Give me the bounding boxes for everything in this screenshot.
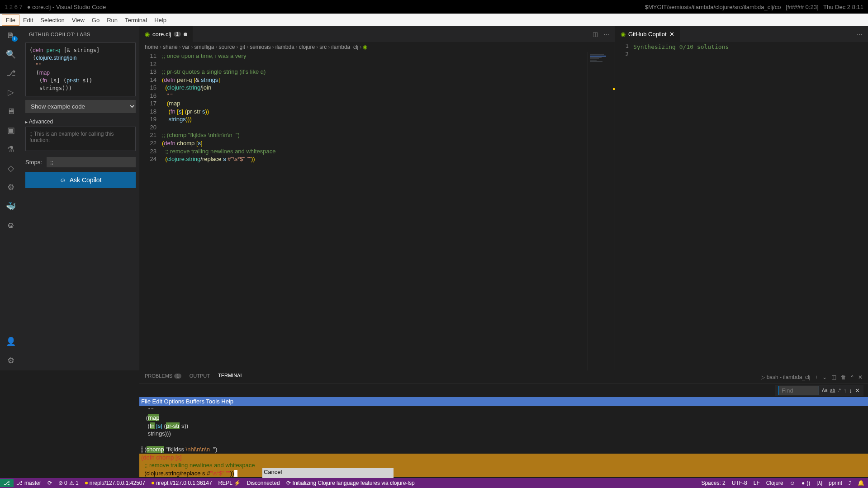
path-display: $MYGIT/semiosis/ilambda/clojure/src/ilam… xyxy=(645,4,781,10)
copilot-tabbar: ◉ GitHub Copilot ✕ ⋯ xyxy=(615,26,868,42)
menu-file[interactable]: File xyxy=(2,14,19,26)
copilot-code-snippet: (defn pen-q [& strings] (clojure.string/… xyxy=(25,43,136,96)
menu-terminal[interactable]: Terminal xyxy=(121,15,151,25)
sync-button[interactable]: ⟳ xyxy=(47,480,52,486)
tab-badge: 1 xyxy=(174,32,181,37)
nrepl-2[interactable]: nrepl://127.0.0.1:36147 xyxy=(152,480,212,486)
date-display: Thu Dec 2 8:11 xyxy=(823,4,863,10)
tab-dirty-dot xyxy=(184,33,187,36)
account-icon[interactable]: 👤 xyxy=(5,336,16,347)
encoding-status[interactable]: UTF-8 xyxy=(732,480,747,486)
kill-terminal-icon[interactable]: 🗑 xyxy=(841,374,846,380)
extensions-icon[interactable]: ▣ xyxy=(5,125,16,136)
panel-tab-output[interactable]: OUTPUT xyxy=(190,373,210,381)
find-close-icon[interactable]: ✕ xyxy=(855,387,860,394)
clojure-file-icon: ◉ xyxy=(145,31,150,38)
close-panel-icon[interactable]: ✕ xyxy=(858,374,863,380)
terminal-dropdown-icon[interactable]: ⌄ xyxy=(822,374,827,380)
emacs-menu: File Edit Options Buffers Tools Help xyxy=(139,397,868,406)
meta-display: [##### 0:23] xyxy=(786,4,818,10)
close-icon[interactable]: ✕ xyxy=(669,31,674,38)
menu-selection[interactable]: Selection xyxy=(37,15,68,25)
paren-status[interactable]: ● () xyxy=(802,480,810,486)
ask-copilot-button[interactable]: ☺Ask Copilot xyxy=(25,172,136,188)
remote-icon[interactable]: 🖥 xyxy=(5,106,16,117)
copilot-panel: 12 Synthesizing 0/10 solutions xyxy=(615,42,868,370)
bottom-panel: PROBLEMS1 OUTPUT TERMINAL ▷ bash - ilamb… xyxy=(139,370,868,488)
stops-label: Stops: xyxy=(25,159,42,166)
example-select[interactable]: Show example code xyxy=(25,100,136,113)
tab-more-icon[interactable]: ⋯ xyxy=(857,31,863,38)
workspace-nums: 1 2 6 7 xyxy=(5,4,23,10)
eol-status[interactable]: LF xyxy=(754,480,760,486)
settings-icon[interactable]: ⚙ xyxy=(5,355,16,366)
language-status[interactable]: Clojure xyxy=(766,480,783,486)
terminal[interactable]: File Edit Options Buffers Tools Help " "… xyxy=(139,397,868,488)
bell-icon[interactable]: 🔔 xyxy=(858,480,864,486)
nrepl-1[interactable]: nrepl://127.0.0.1:42507 xyxy=(85,480,145,486)
menu-edit[interactable]: Edit xyxy=(19,15,37,25)
minimap[interactable] xyxy=(588,52,615,370)
menubar: File Edit Selection View Go Run Terminal… xyxy=(0,14,868,26)
terminal-shell-label[interactable]: ▷ bash - ilambda_clj xyxy=(761,374,810,380)
cube-icon[interactable]: ◇ xyxy=(5,163,16,174)
editor-tabbar: ◉ core.clj 1 ◫ ⋯ xyxy=(139,26,615,42)
editor-main[interactable]: 1112131415161718192021222324 ;; once upo… xyxy=(139,52,615,370)
activity-bar: 🗎1 🔍 ⎇ ▷ 🖥 ▣ ⚗ ◇ ⚙ 🐳 ☺ 👤 ⚙ xyxy=(0,26,22,370)
explorer-badge: 1 xyxy=(12,36,18,42)
menu-help[interactable]: Help xyxy=(151,15,170,25)
init-status: ⟳ Initializing Clojure language features… xyxy=(286,480,415,486)
git-branch[interactable]: ⎇ master xyxy=(16,480,41,486)
tab-copilot[interactable]: ◉ GitHub Copilot ✕ xyxy=(615,26,680,42)
panel-tab-problems[interactable]: PROBLEMS1 xyxy=(145,373,181,381)
regex-icon[interactable]: .* xyxy=(838,388,841,393)
menu-view[interactable]: View xyxy=(68,15,88,25)
copilot-icon[interactable]: ☺ xyxy=(5,220,16,231)
terminal-find-bar: Aa ab .* ↑ ↓ ✕ xyxy=(775,385,863,396)
problems-status[interactable]: ⊘ 0 ⚠ 1 xyxy=(58,480,79,486)
sidebar-title: GITHUB COPILOT: LABS xyxy=(25,30,136,39)
remote-indicator[interactable]: ⎇ xyxy=(0,479,14,487)
breadcrumb[interactable]: home›shane›var›smulliga›source›git›semio… xyxy=(139,42,615,52)
repl-status[interactable]: REPL ⚡ xyxy=(218,480,241,486)
copilot-status-icon[interactable]: ☺ xyxy=(790,480,795,486)
feedback-icon[interactable]: ⤴ xyxy=(849,480,851,486)
disconnected-status: Disconnected xyxy=(247,480,280,486)
test-icon[interactable]: ⚗ xyxy=(5,144,16,155)
tab-more-icon[interactable]: ⋯ xyxy=(603,31,609,38)
split-editor-icon[interactable]: ◫ xyxy=(593,31,598,38)
os-topbar: 1 2 6 7 ● core.clj - Visual Studio Code … xyxy=(0,0,868,14)
whole-word-icon[interactable]: ab xyxy=(830,388,835,393)
gear2-icon[interactable]: ⚙ xyxy=(5,182,16,193)
copilot-tab-icon: ◉ xyxy=(621,31,626,38)
split-terminal-icon[interactable]: ◫ xyxy=(831,374,836,380)
example-textarea[interactable] xyxy=(25,127,136,151)
docker-icon[interactable]: 🐳 xyxy=(5,201,16,212)
statusbar: ⎇ ⎇ master ⟳ ⊘ 0 ⚠ 1 nrepl://127.0.0.1:4… xyxy=(0,478,868,488)
copilot-status-text: Synthesizing 0/10 solutions xyxy=(633,42,729,370)
stops-input[interactable] xyxy=(47,157,136,167)
find-next-icon[interactable]: ↓ xyxy=(849,387,853,394)
menu-run[interactable]: Run xyxy=(103,15,121,25)
match-case-icon[interactable]: Aa xyxy=(822,388,827,393)
panel-tab-terminal[interactable]: TERMINAL xyxy=(218,373,243,381)
find-input[interactable] xyxy=(778,386,819,395)
sidebar: GITHUB COPILOT: LABS (defn pen-q [& stri… xyxy=(22,26,139,370)
advanced-toggle[interactable]: Advanced xyxy=(25,117,136,127)
spaces-status[interactable]: Spaces: 2 xyxy=(701,480,725,486)
window-title: ● core.clj - Visual Studio Code xyxy=(27,4,106,10)
debug-icon[interactable]: ▷ xyxy=(5,87,16,98)
explorer-icon[interactable]: 🗎1 xyxy=(5,30,16,41)
new-terminal-icon[interactable]: + xyxy=(815,374,818,380)
maximize-panel-icon[interactable]: ^ xyxy=(851,374,854,380)
scm-icon[interactable]: ⎇ xyxy=(5,68,16,79)
search-icon[interactable]: 🔍 xyxy=(5,49,16,60)
lambda-status[interactable]: [λ] xyxy=(816,480,822,486)
pprint-status[interactable]: pprint xyxy=(829,480,842,486)
find-prev-icon[interactable]: ↑ xyxy=(844,387,847,394)
copilot-small-icon: ☺ xyxy=(59,176,66,184)
popup-item-cancel[interactable]: Cancel xyxy=(262,468,394,476)
tab-core-clj[interactable]: ◉ core.clj 1 xyxy=(139,26,193,42)
menu-go[interactable]: Go xyxy=(88,15,103,25)
